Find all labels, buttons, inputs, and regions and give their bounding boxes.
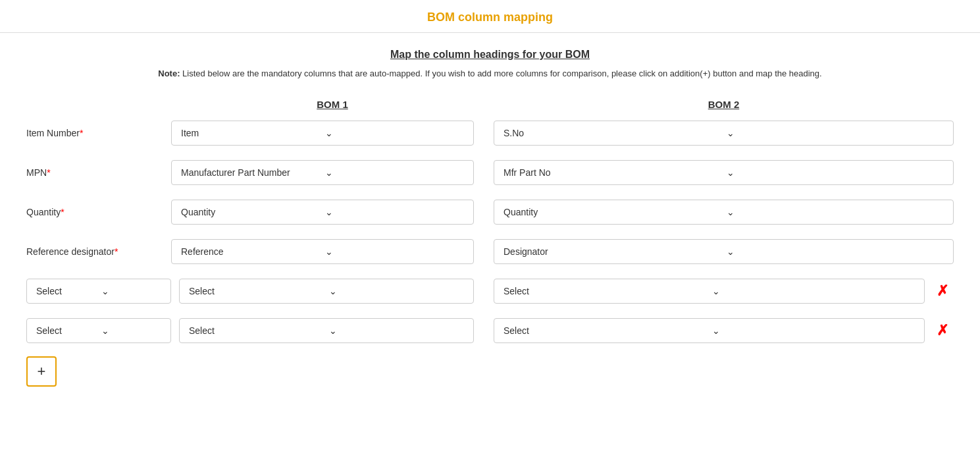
row-reference: Reference designator* Reference ⌄ Design… — [26, 239, 954, 264]
columns-header: BOM 1 BOM 2 — [26, 99, 954, 110]
bom1-header: BOM 1 — [171, 99, 494, 110]
add-button-container: + — [26, 356, 954, 387]
left-select-1-control[interactable]: Select ⌄ — [26, 279, 171, 304]
bom1-item-number-value: Item — [181, 128, 320, 138]
bom1-optional-2-select[interactable]: Select ⌄ — [179, 318, 474, 343]
bom2-mpn-value: Mfr Part No — [503, 167, 721, 178]
bom2-optional-1-value: Select — [503, 286, 707, 296]
note-text: Note: Listed below are the mandatory col… — [26, 67, 954, 80]
chevron-down-icon: ⌄ — [727, 128, 944, 138]
bom1-optional-1-value: Select — [189, 286, 324, 296]
chevron-down-icon: ⌄ — [101, 286, 161, 296]
left-select-1-value: Select — [36, 286, 96, 296]
label-item-number: Item Number* — [26, 128, 171, 138]
chevron-down-icon: ⌄ — [712, 325, 916, 336]
bom2-quantity: Quantity ⌄ — [494, 200, 954, 225]
row-item-number: Item Number* Item ⌄ S.No ⌄ — [26, 121, 954, 146]
bom2-item-number: S.No ⌄ — [494, 121, 954, 146]
bom1-quantity: Quantity ⌄ — [171, 200, 494, 225]
bom2-optional-2-value: Select — [503, 325, 707, 336]
section-title: Map the column headings for your BOM — [26, 49, 954, 61]
optional-row-2: Select ⌄ Select ⌄ Select ⌄ ✗ — [26, 318, 954, 343]
main-content: Map the column headings for your BOM Not… — [0, 33, 980, 402]
bom1-quantity-value: Quantity — [181, 207, 320, 217]
bom1-reference-value: Reference — [181, 246, 320, 257]
chevron-down-icon: ⌄ — [712, 286, 916, 296]
page-header: BOM column mapping — [0, 0, 980, 33]
chevron-down-icon: ⌄ — [329, 325, 464, 336]
chevron-down-icon: ⌄ — [329, 286, 464, 296]
bom1-optional-1: Select ⌄ — [171, 279, 494, 304]
bom2-reference: Designator ⌄ — [494, 239, 954, 264]
bom1-optional-2-value: Select — [189, 325, 324, 336]
bom2-optional-1-select[interactable]: Select ⌄ — [494, 279, 925, 304]
label-quantity: Quantity* — [26, 207, 171, 217]
bom1-reference-select[interactable]: Reference ⌄ — [171, 239, 474, 264]
bom2-header: BOM 2 — [494, 99, 954, 110]
chevron-down-icon: ⌄ — [325, 246, 464, 257]
delete-row-2-button[interactable]: ✗ — [931, 321, 954, 341]
bom2-item-number-select[interactable]: S.No ⌄ — [494, 121, 954, 146]
left-select-2: Select ⌄ — [26, 318, 171, 343]
chevron-down-icon: ⌄ — [727, 167, 944, 178]
label-mpn: MPN* — [26, 167, 171, 178]
bom2-reference-select[interactable]: Designator ⌄ — [494, 239, 954, 264]
bom1-quantity-select[interactable]: Quantity ⌄ — [171, 200, 474, 225]
bom1-item-number: Item ⌄ — [171, 121, 494, 146]
bom2-mpn-select[interactable]: Mfr Part No ⌄ — [494, 160, 954, 185]
left-select-2-control[interactable]: Select ⌄ — [26, 318, 171, 343]
left-select-2-value: Select — [36, 325, 96, 336]
bom2-optional-2-select[interactable]: Select ⌄ — [494, 318, 925, 343]
optional-row-1: Select ⌄ Select ⌄ Select ⌄ ✗ — [26, 279, 954, 304]
delete-row-1-button[interactable]: ✗ — [931, 281, 954, 301]
bom1-optional-2: Select ⌄ — [171, 318, 494, 343]
note-body: Listed below are the mandatory columns t… — [180, 68, 822, 78]
bom2-mpn: Mfr Part No ⌄ — [494, 160, 954, 185]
bom1-item-number-select[interactable]: Item ⌄ — [171, 121, 474, 146]
chevron-down-icon: ⌄ — [325, 167, 464, 178]
bom2-quantity-select[interactable]: Quantity ⌄ — [494, 200, 954, 225]
bom2-quantity-value: Quantity — [503, 207, 721, 217]
chevron-down-icon: ⌄ — [325, 207, 464, 217]
mapping-rows: Item Number* Item ⌄ S.No ⌄ MPN* — [26, 121, 954, 343]
chevron-down-icon: ⌄ — [101, 325, 161, 336]
bom1-mpn: Manufacturer Part Number ⌄ — [171, 160, 494, 185]
bom1-reference: Reference ⌄ — [171, 239, 494, 264]
bom2-optional-2: Select ⌄ ✗ — [494, 318, 954, 343]
row-quantity: Quantity* Quantity ⌄ Quantity ⌄ — [26, 200, 954, 225]
chevron-down-icon: ⌄ — [727, 207, 944, 217]
bom2-item-number-value: S.No — [503, 128, 721, 138]
label-reference: Reference designator* — [26, 246, 171, 257]
chevron-down-icon: ⌄ — [325, 128, 464, 138]
bom1-mpn-value: Manufacturer Part Number — [181, 167, 320, 178]
note-bold: Note: — [158, 68, 180, 78]
page-title: BOM column mapping — [427, 11, 553, 24]
bom1-optional-1-select[interactable]: Select ⌄ — [179, 279, 474, 304]
bom1-mpn-select[interactable]: Manufacturer Part Number ⌄ — [171, 160, 474, 185]
bom2-optional-1: Select ⌄ ✗ — [494, 279, 954, 304]
row-mpn: MPN* Manufacturer Part Number ⌄ Mfr Part… — [26, 160, 954, 185]
left-select-1: Select ⌄ — [26, 279, 171, 304]
chevron-down-icon: ⌄ — [727, 246, 944, 257]
bom2-reference-value: Designator — [503, 246, 721, 257]
add-row-button[interactable]: + — [26, 356, 57, 387]
